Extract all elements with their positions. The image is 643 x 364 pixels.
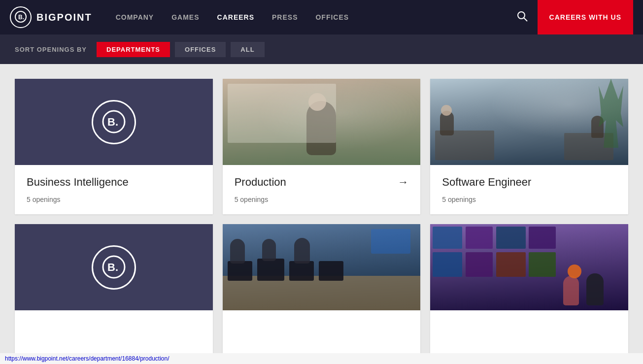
card-title-production: Production → xyxy=(235,176,409,189)
svg-point-2 xyxy=(518,12,525,19)
nav-careers[interactable]: CAREERS xyxy=(208,0,263,34)
card-openings-row2-3 xyxy=(442,341,616,349)
card-title-bi: Business Intelligence xyxy=(27,176,201,189)
card-business-intelligence[interactable]: B. Business Intelligence 5 openings xyxy=(15,79,213,214)
card-title-row2-1 xyxy=(27,321,201,334)
bigpoint-logo-icon-2: B. xyxy=(92,245,136,290)
card-image-row2-3 xyxy=(430,224,628,310)
card-image-production xyxy=(223,79,421,165)
card-title-row2-3 xyxy=(442,321,616,334)
card-title-row2-2 xyxy=(235,321,409,334)
bigpoint-logo-icon: B. xyxy=(92,100,136,144)
card-body-software: Software Engineer 5 openings xyxy=(430,165,628,214)
status-url: https://www.bigpoint.net/careers/departm… xyxy=(5,355,169,362)
card-openings-bi: 5 openings xyxy=(27,196,201,203)
card-title-software: Software Engineer xyxy=(442,176,616,189)
card-image-software xyxy=(430,79,628,165)
card-openings-row2-1 xyxy=(27,341,201,349)
card-row2-2[interactable] xyxy=(223,224,421,360)
cards-grid: B. Business Intelligence 5 openings xyxy=(15,79,628,360)
card-row2-1[interactable]: B. xyxy=(15,224,213,360)
card-body-row2-2 xyxy=(223,310,421,360)
nav-press[interactable]: PRESS xyxy=(263,0,306,34)
navbar: B. BIGPOINT COMPANY GAMES CAREERS PRESS … xyxy=(0,0,643,34)
svg-text:B.: B. xyxy=(107,261,118,273)
card-openings-production: 5 openings xyxy=(235,196,409,203)
nav-links: COMPANY GAMES CAREERS PRESS OFFICES xyxy=(107,0,517,34)
card-image-row2-1: B. xyxy=(15,224,213,310)
logo-icon: B. xyxy=(10,6,32,28)
main-content: B. Business Intelligence 5 openings xyxy=(0,64,643,364)
status-bar: https://www.bigpoint.net/careers/departm… xyxy=(0,353,643,364)
card-body-row2-3 xyxy=(430,310,628,360)
card-image-row2-2 xyxy=(223,224,421,310)
sort-label: SORT OPENINGS BY xyxy=(15,46,87,53)
filter-bar: SORT OPENINGS BY DEPARTMENTS OFFICES ALL xyxy=(0,34,643,64)
card-body-production: Production → 5 openings xyxy=(223,165,421,214)
filter-all-button[interactable]: ALL xyxy=(231,42,264,57)
careers-with-us-button[interactable]: CAREERS WITH US xyxy=(538,0,633,34)
nav-right: CAREERS WITH US xyxy=(517,0,633,34)
card-arrow-production: → xyxy=(398,176,408,189)
card-row2-3[interactable] xyxy=(430,224,628,360)
card-production[interactable]: Production → 5 openings xyxy=(223,79,421,214)
brand-name: BIGPOINT xyxy=(36,12,92,23)
svg-text:B.: B. xyxy=(107,116,118,128)
card-openings-software: 5 openings xyxy=(442,196,616,203)
nav-games[interactable]: GAMES xyxy=(163,0,208,34)
svg-text:B.: B. xyxy=(18,14,24,21)
svg-line-3 xyxy=(524,18,527,21)
search-icon[interactable] xyxy=(517,11,528,24)
filter-offices-button[interactable]: OFFICES xyxy=(175,42,226,57)
nav-offices[interactable]: OFFICES xyxy=(306,0,358,34)
card-body-bi: Business Intelligence 5 openings xyxy=(15,165,213,214)
nav-company[interactable]: COMPANY xyxy=(107,0,163,34)
card-image-bi: B. xyxy=(15,79,213,165)
card-openings-row2-2 xyxy=(235,341,409,349)
logo[interactable]: B. BIGPOINT xyxy=(10,6,92,28)
card-software-engineer[interactable]: Software Engineer 5 openings xyxy=(430,79,628,214)
filter-departments-button[interactable]: DEPARTMENTS xyxy=(97,42,170,57)
card-body-row2-1 xyxy=(15,310,213,360)
